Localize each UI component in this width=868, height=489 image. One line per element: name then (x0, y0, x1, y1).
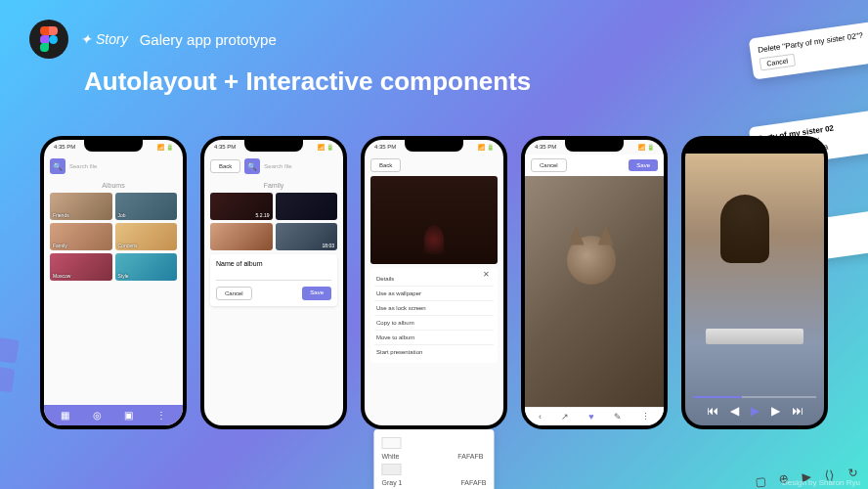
color-name: White (381, 453, 399, 460)
phone-context-menu: 4:35 PM📶 🔋 Back ✕ Details Use as wallpap… (361, 136, 507, 429)
menu-lockscreen[interactable]: Use as lock screen (374, 301, 494, 316)
menu-presentation[interactable]: Start presentation (374, 345, 494, 359)
color-hex: FAFAFB (457, 453, 483, 460)
phone-mockups: 4:35 PM📶 🔋 🔍 Search file Albums Friends … (0, 136, 868, 429)
photo-preview (370, 176, 498, 264)
header: ✦ Story Galery app prototype Autolayout … (0, 0, 868, 116)
search-icon[interactable]: 🔍 (50, 158, 65, 174)
color-hex: FAFAFB (460, 479, 486, 486)
context-menu: ✕ Details Use as wallpaper Use as lock s… (370, 268, 498, 363)
photo-thumb[interactable]: 18:03 (276, 223, 338, 250)
gallery-icon[interactable]: ▦ (61, 410, 69, 421)
video-frame: ⏮ ◀ ▶ ▶ ⏭ (685, 154, 824, 425)
folder-icon[interactable]: ▣ (124, 410, 133, 421)
album-name-input[interactable] (216, 271, 331, 281)
menu-wallpaper[interactable]: Use as wallpaper (374, 287, 494, 301)
cancel-button[interactable]: Cancel (216, 287, 252, 300)
search-input[interactable]: Search file (69, 163, 177, 169)
cancel-button[interactable]: Cancel (531, 158, 567, 172)
status-icons: 📶 🔋 (157, 144, 173, 151)
figma-logo-icon (29, 20, 68, 59)
album-thumb[interactable]: Job (115, 193, 178, 220)
back-button[interactable]: Back (370, 158, 401, 172)
bottom-nav: ▦ ◎ ▣ ⋮ (44, 405, 183, 425)
album-thumb[interactable]: Friends (50, 193, 112, 220)
camera-icon[interactable]: ◎ (93, 410, 102, 421)
share-icon[interactable]: ↗ (561, 412, 569, 422)
cat-photo (525, 161, 664, 408)
video-progress[interactable] (693, 396, 816, 398)
phone-photo-edit: 4:35 PM📶 🔋 Cancel Save ‹ ↗ ♥ ✎ ⋮ (521, 136, 668, 429)
save-button[interactable]: Save (629, 159, 658, 171)
app-name: Galery app prototype (140, 31, 277, 48)
color-palette: WhiteFAFAFB Gray 1FAFAFB (373, 429, 494, 489)
cancel-button[interactable]: Cancel (760, 54, 796, 71)
search-input[interactable]: Search file (264, 163, 337, 169)
section-title: Albums (44, 178, 183, 193)
side-icon (0, 337, 20, 364)
credit: Design by Sharon Ryu (782, 478, 860, 487)
phone-family: 4:35 PM📶 🔋 Back 🔍 Search file Family 5.2… (200, 136, 347, 429)
play-icon[interactable]: ▶ (751, 404, 760, 418)
like-icon[interactable]: ♥ (588, 412, 593, 422)
name-album-modal: Name of album Cancel Save (210, 254, 337, 306)
forward-icon[interactable]: ⏭ (792, 404, 803, 418)
photo-thumb[interactable] (210, 223, 273, 250)
album-thumb[interactable]: Family (50, 223, 112, 250)
save-button[interactable]: Save (302, 287, 331, 300)
album-thumb[interactable]: Concerts (115, 223, 178, 250)
album-thumb[interactable]: Style (115, 253, 178, 281)
back-button[interactable]: Back (210, 159, 240, 173)
phone-video: ⏮ ◀ ▶ ▶ ⏭ (681, 136, 828, 429)
back-icon[interactable]: ‹ (539, 412, 542, 422)
album-thumb[interactable]: Moscow (50, 253, 112, 281)
close-icon[interactable]: ✕ (483, 270, 490, 279)
action-bar: ‹ ↗ ♥ ✎ ⋮ (525, 407, 664, 425)
modal-title: Name of album (216, 260, 331, 267)
page-title: Autolayout + Interactive components (84, 67, 839, 97)
story-badge: ✦ Story (80, 31, 128, 47)
color-name: Gray 1 (381, 479, 402, 486)
menu-move[interactable]: Move to album (374, 331, 494, 345)
status-time: 4:35 PM (54, 144, 75, 151)
section-title: Family (204, 178, 343, 193)
more-icon[interactable]: ⋮ (156, 410, 166, 421)
prev-icon[interactable]: ◀ (730, 404, 739, 418)
photo-thumb[interactable]: 5.2.19 (210, 193, 273, 220)
photo-thumb[interactable] (276, 193, 338, 220)
menu-details[interactable]: Details (374, 272, 494, 287)
search-icon[interactable]: 🔍 (244, 158, 260, 174)
edit-icon[interactable]: ✎ (614, 412, 622, 422)
more-icon[interactable]: ⋮ (641, 412, 650, 422)
phone-albums: 4:35 PM📶 🔋 🔍 Search file Albums Friends … (40, 136, 187, 429)
next-icon[interactable]: ▶ (771, 404, 780, 418)
rewind-icon[interactable]: ⏮ (707, 404, 718, 418)
crop-icon[interactable]: ▢ (755, 474, 766, 489)
menu-copy[interactable]: Copy to album (374, 316, 494, 331)
